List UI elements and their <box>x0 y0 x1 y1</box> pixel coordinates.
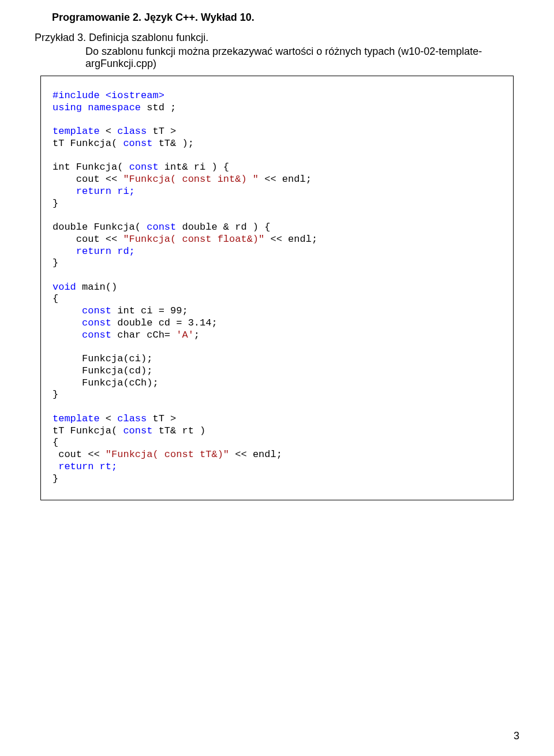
code-token: #include <box>53 90 106 101</box>
code-token: << endl; <box>229 449 282 460</box>
code-token: } <box>53 389 58 400</box>
code-token <box>53 305 82 316</box>
page-number: 3 <box>514 730 519 742</box>
code-token: int ci = 99; <box>111 305 188 316</box>
code-token: class <box>117 413 147 424</box>
code-token: "Funkcja( const int&) " <box>123 174 259 185</box>
page: Programowanie 2. Język C++. Wykład 10. P… <box>0 0 554 756</box>
page-header: Programowanie 2. Język C++. Wykład 10. <box>52 12 519 24</box>
code-token: Funkcja(cCh); <box>53 377 159 388</box>
code-token: tT& ); <box>152 138 193 149</box>
code-token: return rd; <box>53 246 135 257</box>
code-token: tT > <box>147 126 176 137</box>
code-token: const <box>82 317 111 328</box>
code-token: return rt; <box>53 461 117 472</box>
code-token: { <box>53 293 58 304</box>
code-token: const <box>147 222 176 233</box>
code-token: { <box>53 437 58 448</box>
code-token: cout << <box>53 174 123 185</box>
code-token: } <box>53 473 58 484</box>
example-title: Definicja szablonu funkcji. <box>89 32 208 43</box>
code-token: const <box>82 330 111 340</box>
code-token: cout << <box>53 449 106 460</box>
code-token: return ri; <box>53 186 135 197</box>
example-prefix: Przykład 3. <box>35 32 89 43</box>
example-label: Przykład 3. Definicja szablonu funkcji. <box>35 32 519 44</box>
code-token: template <box>53 126 100 137</box>
code-token: using <box>53 102 82 113</box>
code-token: ; <box>194 330 200 340</box>
code-listing: #include <iostream> using namespace std … <box>40 76 514 500</box>
code-token <box>53 317 82 328</box>
code-token: cout << <box>53 234 123 245</box>
code-token: int& ri ) { <box>159 162 229 173</box>
example-description: Do szablonu funkcji można przekazywać wa… <box>85 46 519 70</box>
code-token: < <box>100 413 118 424</box>
code-token <box>53 330 82 340</box>
code-token: char cCh= <box>111 330 176 340</box>
code-token: double cd = 3.14; <box>111 317 218 328</box>
code-token: int Funkcja( <box>53 162 129 173</box>
code-token: <iostream> <box>106 90 164 101</box>
code-token: double & rd ) { <box>176 222 270 233</box>
code-token: } <box>53 198 58 209</box>
code-token: << endl; <box>259 174 312 185</box>
code-token: } <box>53 257 58 268</box>
code-token: tT > <box>147 413 176 424</box>
code-token: Funkcja(cd); <box>53 365 152 376</box>
code-token: 'A' <box>176 330 194 340</box>
code-token: class <box>117 126 147 137</box>
code-token: < <box>100 126 118 137</box>
code-token: "Funkcja( const tT&)" <box>106 449 229 460</box>
code-token: const <box>129 162 159 173</box>
code-token: const <box>123 425 152 436</box>
code-token: const <box>123 138 152 149</box>
code-token: "Funkcja( const float&)" <box>123 234 264 245</box>
code-token: const <box>82 305 111 316</box>
code-token: double Funkcja( <box>53 222 147 233</box>
code-token: std ; <box>141 102 176 113</box>
code-token: template <box>53 413 100 424</box>
code-token: main() <box>76 282 117 293</box>
code-token: tT& rt ) <box>152 425 205 436</box>
code-token: Funkcja(ci); <box>53 353 152 364</box>
code-token: namespace <box>88 102 141 113</box>
code-token: void <box>53 282 76 293</box>
code-token: tT Funkcja( <box>53 425 123 436</box>
code-token: << endl; <box>264 234 317 245</box>
code-token: tT Funkcja( <box>53 138 123 149</box>
